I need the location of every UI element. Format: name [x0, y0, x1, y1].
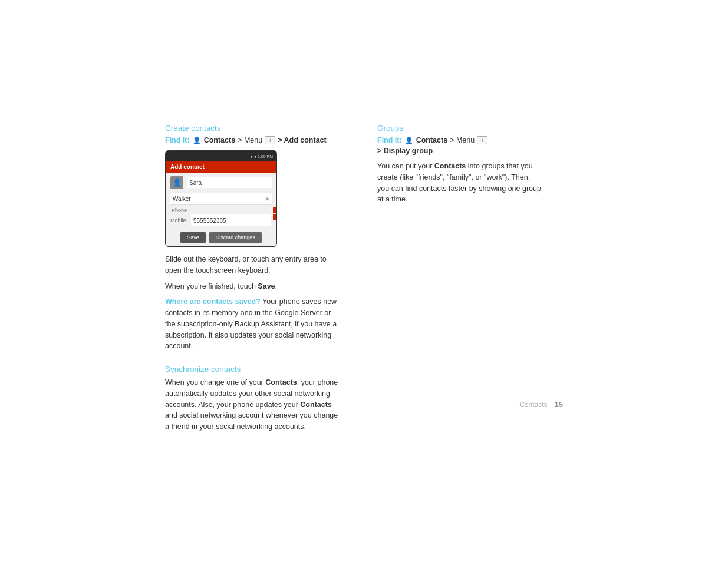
create-contacts-find-it: Find it: 👤 Contacts > Menu ⁝ > Add conta…: [165, 136, 342, 144]
page-number: 15: [555, 400, 563, 409]
phone-firstname-input[interactable]: [187, 177, 272, 188]
find-it-label: Find it:: [165, 136, 190, 144]
find-it-sep1: > Menu: [238, 136, 262, 144]
sync-contacts-bold2: Contacts: [300, 401, 331, 409]
phone-plus-minus: + –: [273, 207, 277, 220]
groups-contacts-person-icon: 👤: [404, 136, 414, 144]
phone-arrow-icon: ▶: [264, 196, 272, 201]
status-icons: ● ● 1:00 PM: [250, 154, 273, 158]
phone-lastname-row: ▶: [170, 193, 272, 205]
phone-lastname-input[interactable]: [170, 193, 264, 204]
add-contact-label: > Add contact: [278, 136, 327, 144]
groups-find-it: Find it: 👤 Contacts > Menu ⁝ > Display g…: [377, 136, 542, 155]
phone-mobile-input[interactable]: [191, 214, 271, 226]
where-contacts-text: Where are contacts saved? Your phone sav…: [165, 296, 342, 352]
phone-mobile-row: Mobile: [170, 214, 271, 226]
phone-screen-header: Add contact: [166, 161, 276, 173]
phone-discard-button[interactable]: Discard changes: [209, 232, 262, 243]
phone-status-bar: ● ● 1:00 PM: [166, 151, 276, 161]
synchronize-title: Synchronize contacts: [165, 365, 342, 373]
phone-avatar: 👤: [170, 176, 183, 189]
synchronize-contacts-section: Synchronize contacts When you change one…: [165, 365, 342, 432]
phone-avatar-row: 👤: [170, 176, 272, 189]
groups-contacts-bold: Contacts: [434, 162, 466, 170]
right-column: Groups Find it: 👤 Contacts > Menu ⁝ > Di…: [377, 124, 542, 437]
phone-minus-btn[interactable]: –: [273, 214, 277, 220]
groups-find-sep1: > Menu: [450, 136, 475, 144]
groups-contacts-word: Contacts: [416, 136, 447, 144]
page-footer: Contacts 15: [519, 400, 563, 409]
footer-section-label: Contacts: [519, 401, 547, 409]
phone-screen-body: 👤 ▶ Phone Mobile: [166, 173, 276, 246]
sync-mid2: and social networking account whenever y…: [165, 411, 338, 431]
menu-icon: ⁝: [265, 136, 275, 144]
groups-body-prefix: You can put your: [377, 162, 434, 170]
save-instruction-text: When you're finished, touch Save.: [165, 281, 342, 292]
display-group-label: > Display group: [377, 147, 433, 155]
create-contacts-title: Create contacts: [165, 124, 342, 133]
create-contacts-section: Create contacts Find it: 👤 Contacts > Me…: [165, 124, 342, 352]
contacts-word: Contacts: [204, 136, 235, 144]
phone-label: Phone: [170, 207, 271, 213]
phone-save-button[interactable]: Save: [180, 232, 206, 243]
synchronize-body: When you change one of your Contacts, yo…: [165, 377, 342, 432]
phone-action-buttons: Save Discard changes: [170, 232, 272, 243]
groups-title: Groups: [377, 124, 542, 133]
left-column: Create contacts Find it: 👤 Contacts > Me…: [165, 124, 342, 437]
contacts-person-icon: 👤: [192, 136, 202, 144]
groups-menu-icon: ⁝: [477, 136, 487, 144]
groups-find-it-label: Find it:: [377, 136, 402, 144]
where-question: Where are contacts saved?: [165, 297, 261, 306]
slide-keyboard-text: Slide out the keyboard, or touch any ent…: [165, 254, 342, 276]
sync-contacts-bold1: Contacts: [265, 378, 297, 386]
save-bold: Save: [258, 282, 275, 290]
phone-mockup: ● ● 1:00 PM Add contact 👤 ▶: [165, 150, 277, 247]
save-prefix: When you're finished, touch: [165, 282, 258, 290]
sync-prefix: When you change one of your: [165, 378, 265, 386]
phone-plus-btn[interactable]: +: [273, 207, 277, 213]
mobile-label: Mobile: [170, 217, 191, 223]
groups-body: You can put your Contacts into groups th…: [377, 161, 542, 205]
groups-section: Groups Find it: 👤 Contacts > Menu ⁝ > Di…: [377, 124, 542, 205]
save-suffix: .: [275, 282, 277, 290]
